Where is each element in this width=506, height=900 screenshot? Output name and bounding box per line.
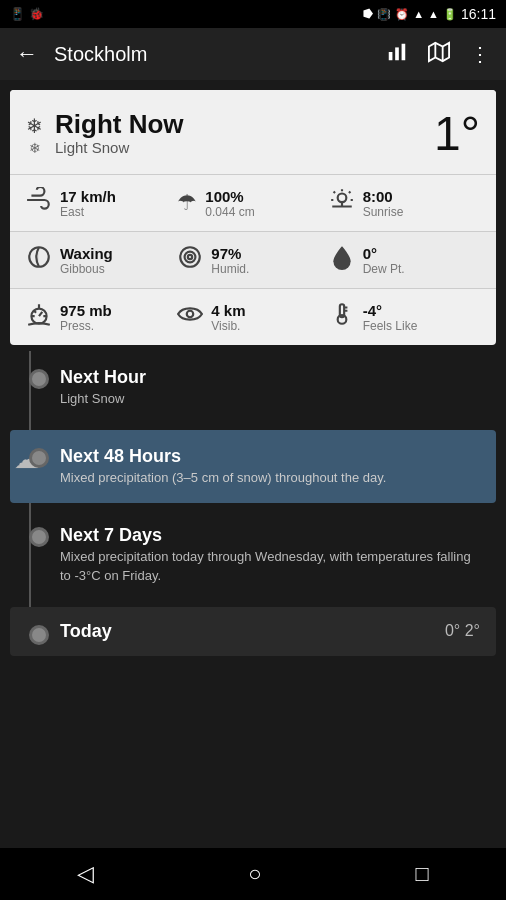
feelslike-value: -4° bbox=[363, 302, 418, 319]
wind-icon bbox=[26, 187, 52, 219]
moon-value: Waxing bbox=[60, 245, 113, 262]
bluetooth-icon: ⭓ bbox=[363, 7, 373, 21]
timeline-dot-next-7-days bbox=[29, 527, 49, 547]
main-weather-card: ❄ ❄ Right Now Light Snow 1° 17 km/h East bbox=[10, 90, 496, 345]
dewpoint-label: Dew Pt. bbox=[363, 262, 405, 276]
precip-label: 0.044 cm bbox=[205, 205, 254, 219]
drop-icon bbox=[329, 244, 355, 276]
status-time: 16:11 bbox=[461, 6, 496, 22]
current-weather-left: ❄ ❄ Right Now Light Snow bbox=[26, 110, 184, 156]
nav-recent-button[interactable]: □ bbox=[416, 861, 429, 887]
umbrella-icon: ☂ bbox=[177, 190, 197, 216]
pressure-icon bbox=[26, 301, 52, 333]
pressure-label: Press. bbox=[60, 319, 112, 333]
back-button[interactable]: ← bbox=[16, 41, 38, 67]
visibility-text: 4 km Visib. bbox=[211, 302, 245, 333]
humidity-text: 97% Humid. bbox=[211, 245, 249, 276]
next-48-content: Next 48 Hours Mixed precipitation (3–5 c… bbox=[60, 446, 386, 487]
today-temps: 0° 2° bbox=[445, 622, 480, 640]
sunrise-label: Sunrise bbox=[363, 205, 404, 219]
stats-row-1: 17 km/h East ☂ 100% 0.044 cm bbox=[10, 174, 496, 231]
current-condition: Light Snow bbox=[55, 139, 184, 156]
svg-rect-0 bbox=[389, 52, 393, 60]
svg-point-18 bbox=[188, 255, 192, 259]
status-bar: 📱 🐞 ⭓ 📳 ⏰ ▲ ▲ 🔋 16:11 bbox=[0, 0, 506, 28]
current-weather-section: ❄ ❄ Right Now Light Snow 1° bbox=[10, 90, 496, 174]
svg-marker-3 bbox=[429, 42, 449, 60]
visibility-stat: 4 km Visib. bbox=[177, 301, 328, 333]
precip-stat: ☂ 100% 0.044 cm bbox=[177, 188, 328, 219]
next-hour-title: Next Hour bbox=[60, 367, 146, 388]
visibility-label: Visib. bbox=[211, 319, 245, 333]
timeline-item-next-hour[interactable]: Next Hour Light Snow bbox=[10, 351, 496, 424]
timeline-section: Next Hour Light Snow ☁ Next 48 Hours Mix… bbox=[0, 351, 506, 656]
svg-line-9 bbox=[333, 192, 335, 194]
current-weather-text: Right Now Light Snow bbox=[55, 110, 184, 156]
feelslike-label: Feels Like bbox=[363, 319, 418, 333]
battery-icon: 🔋 bbox=[443, 8, 457, 21]
status-left-icons: 📱 🐞 bbox=[10, 7, 44, 21]
precip-value: 100% bbox=[205, 188, 254, 205]
next-48-desc: Mixed precipitation (3–5 cm of snow) thr… bbox=[60, 469, 386, 487]
humidity-icon bbox=[177, 244, 203, 276]
current-temperature: 1° bbox=[434, 110, 480, 158]
alarm-icon: ⏰ bbox=[395, 8, 409, 21]
svg-rect-1 bbox=[395, 47, 399, 60]
sunrise-stat: 8:00 Sunrise bbox=[329, 187, 480, 219]
timeline-dot-next-hour bbox=[29, 369, 49, 389]
feelslike-text: -4° Feels Like bbox=[363, 302, 418, 333]
humidity-stat: 97% Humid. bbox=[177, 244, 328, 276]
dewpoint-value: 0° bbox=[363, 245, 405, 262]
next-7-days-content: Next 7 Days Mixed precipitation today th… bbox=[60, 525, 480, 584]
toolbar: ← Stockholm ⋮ bbox=[0, 28, 506, 80]
bottom-navigation: ◁ ○ □ bbox=[0, 848, 506, 900]
timeline-dot-today bbox=[29, 625, 49, 645]
wifi-icon: ▲ bbox=[428, 8, 439, 20]
signal-icon: ▲ bbox=[413, 8, 424, 20]
snowflake-icon-bottom: ❄ bbox=[29, 140, 41, 156]
map-icon[interactable] bbox=[428, 41, 450, 68]
moon-label: Gibbous bbox=[60, 262, 113, 276]
pressure-text: 975 mb Press. bbox=[60, 302, 112, 333]
next-7-days-title: Next 7 Days bbox=[60, 525, 480, 546]
svg-point-17 bbox=[185, 252, 196, 263]
pressure-stat: 975 mb Press. bbox=[26, 301, 177, 333]
svg-line-23 bbox=[34, 311, 36, 313]
wind-stat: 17 km/h East bbox=[26, 187, 177, 219]
more-icon[interactable]: ⋮ bbox=[470, 42, 490, 66]
phone-icon: 📱 bbox=[10, 7, 25, 21]
stats-row-2: Waxing Gibbous 97% Humid. bbox=[10, 231, 496, 288]
timeline-dot-next-48 bbox=[29, 448, 49, 468]
precip-text: 100% 0.044 cm bbox=[205, 188, 254, 219]
today-peek[interactable]: Today 0° 2° bbox=[10, 607, 496, 656]
dewpoint-stat: 0° Dew Pt. bbox=[329, 244, 480, 276]
moon-icon bbox=[26, 244, 52, 276]
svg-point-25 bbox=[187, 311, 194, 318]
nav-back-button[interactable]: ◁ bbox=[77, 861, 94, 887]
humidity-value: 97% bbox=[211, 245, 249, 262]
sunrise-value: 8:00 bbox=[363, 188, 404, 205]
next-48-title: Next 48 Hours bbox=[60, 446, 386, 467]
svg-line-24 bbox=[39, 312, 42, 316]
timeline-item-next-7-days[interactable]: Next 7 Days Mixed precipitation today th… bbox=[10, 509, 496, 600]
sunrise-text: 8:00 Sunrise bbox=[363, 188, 404, 219]
snowflake-icon-top: ❄ bbox=[26, 114, 43, 138]
today-title: Today bbox=[60, 621, 112, 642]
toolbar-title: Stockholm bbox=[54, 43, 370, 66]
wind-label: East bbox=[60, 205, 116, 219]
pressure-value: 975 mb bbox=[60, 302, 112, 319]
bug-icon: 🐞 bbox=[29, 7, 44, 21]
svg-point-16 bbox=[181, 247, 201, 267]
current-title: Right Now bbox=[55, 110, 184, 139]
nav-home-button[interactable]: ○ bbox=[248, 861, 261, 887]
timeline-item-next-48[interactable]: ☁ Next 48 Hours Mixed precipitation (3–5… bbox=[10, 430, 496, 503]
feelslike-stat: -4° Feels Like bbox=[329, 301, 480, 333]
bar-chart-icon[interactable] bbox=[386, 41, 408, 68]
vibrate-icon: 📳 bbox=[377, 8, 391, 21]
svg-line-11 bbox=[349, 192, 351, 194]
wind-text: 17 km/h East bbox=[60, 188, 116, 219]
moon-text: Waxing Gibbous bbox=[60, 245, 113, 276]
snow-icons: ❄ ❄ bbox=[26, 114, 43, 156]
dewpoint-text: 0° Dew Pt. bbox=[363, 245, 405, 276]
moon-stat: Waxing Gibbous bbox=[26, 244, 177, 276]
